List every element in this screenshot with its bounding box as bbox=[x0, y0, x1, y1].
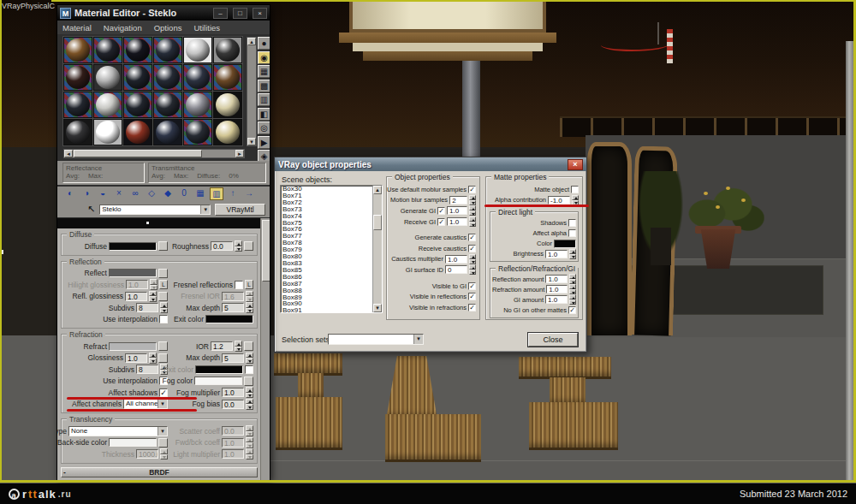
value-field[interactable]: 0.0 bbox=[222, 400, 244, 409]
value-field[interactable]: 1.0 bbox=[126, 280, 148, 289]
value-field[interactable]: 1.2 bbox=[211, 341, 233, 351]
show-end-result-icon[interactable]: ▥ bbox=[210, 187, 223, 200]
spinner-down-icon[interactable] bbox=[246, 404, 253, 410]
spinner-down-icon[interactable] bbox=[469, 270, 476, 275]
sample-slot[interactable] bbox=[123, 119, 152, 145]
value-field[interactable]: 1.0 bbox=[447, 206, 467, 215]
spinner-down-icon[interactable] bbox=[246, 442, 253, 448]
spinner-buttons[interactable] bbox=[572, 195, 579, 205]
selection-sets-dropdown[interactable]: ▼ bbox=[328, 334, 424, 345]
dropdown-arrow-icon[interactable]: ▼ bbox=[158, 427, 167, 436]
background-icon[interactable]: ▦ bbox=[258, 65, 270, 78]
material-type-button[interactable]: VRayMtl bbox=[215, 204, 265, 216]
checkbox[interactable] bbox=[245, 365, 253, 374]
material-id-icon[interactable]: 0 bbox=[177, 187, 191, 200]
checkbox[interactable]: ✓ bbox=[468, 234, 476, 241]
spinner-down-icon[interactable] bbox=[149, 296, 157, 302]
color-swatch[interactable] bbox=[194, 377, 242, 385]
menu-options[interactable]: Options bbox=[154, 23, 182, 33]
value-field[interactable]: 1.0 bbox=[222, 438, 244, 448]
close-button[interactable]: Close bbox=[528, 333, 578, 347]
spinner-buttons[interactable] bbox=[246, 387, 253, 398]
spinner-buttons[interactable] bbox=[150, 279, 158, 290]
sample-slot[interactable] bbox=[93, 64, 122, 91]
spinner-buttons[interactable] bbox=[149, 353, 157, 364]
menu-material[interactable]: Material bbox=[62, 23, 92, 33]
spinner-down-icon[interactable] bbox=[469, 210, 476, 216]
copy-material-icon[interactable]: ∞ bbox=[128, 187, 142, 200]
spinner-down-icon[interactable] bbox=[569, 299, 576, 305]
sample-slot[interactable] bbox=[183, 119, 212, 145]
value-field[interactable]: 1.0 bbox=[545, 275, 568, 283]
value-field[interactable]: 1.0 bbox=[447, 217, 467, 226]
slot-scrollbar-horizontal[interactable]: ◄ ► bbox=[63, 149, 245, 158]
map-button[interactable] bbox=[158, 341, 168, 351]
material-editor-titlebar[interactable]: M Material Editor - Steklo – □ × bbox=[57, 5, 270, 21]
checkbox[interactable] bbox=[159, 315, 168, 323]
spinner-down-icon[interactable] bbox=[569, 279, 576, 284]
sample-slot[interactable] bbox=[153, 37, 182, 63]
map-button[interactable] bbox=[244, 377, 253, 386]
spinner-buttons[interactable] bbox=[160, 302, 168, 313]
spinner-down-icon[interactable] bbox=[469, 259, 476, 264]
value-field[interactable]: 5 bbox=[222, 353, 244, 363]
spinner-buttons[interactable] bbox=[569, 274, 576, 284]
sample-slot[interactable] bbox=[183, 37, 212, 63]
minimize-button[interactable]: – bbox=[213, 8, 228, 19]
checkbox[interactable] bbox=[568, 229, 576, 237]
map-button[interactable] bbox=[158, 241, 168, 251]
assign-to-selection-icon[interactable]: ◒ bbox=[96, 187, 110, 200]
sample-uv-tiling-icon[interactable]: ▩ bbox=[258, 80, 270, 92]
color-swatch[interactable] bbox=[109, 342, 157, 351]
get-material-icon[interactable]: ◐ bbox=[63, 187, 77, 200]
checkbox[interactable]: ✓ bbox=[468, 245, 476, 252]
close-icon[interactable]: × bbox=[568, 159, 583, 170]
map-button[interactable] bbox=[158, 292, 168, 301]
collapse-icon[interactable]: - bbox=[63, 468, 66, 477]
backlight-icon[interactable]: ◉ bbox=[258, 51, 270, 64]
sample-slot[interactable] bbox=[153, 64, 182, 91]
spinner-down-icon[interactable] bbox=[469, 222, 476, 227]
spinner-buttons[interactable] bbox=[160, 448, 168, 460]
checkbox[interactable] bbox=[568, 219, 576, 227]
spinner-buttons[interactable] bbox=[246, 291, 253, 302]
checkbox[interactable]: ✓ bbox=[468, 282, 476, 290]
list-scrollbar[interactable]: ▲ ▼ bbox=[372, 186, 382, 312]
param-dropdown[interactable]: None▼ bbox=[68, 426, 168, 436]
sample-slot[interactable] bbox=[153, 119, 182, 145]
menu-utilities[interactable]: Utilities bbox=[193, 23, 220, 33]
sample-slot[interactable] bbox=[63, 37, 92, 63]
spinner-down-icon[interactable] bbox=[235, 347, 242, 353]
checkbox[interactable]: ✓ bbox=[468, 304, 476, 311]
video-color-check-icon[interactable]: ▥ bbox=[258, 93, 270, 106]
spinner-buttons[interactable] bbox=[469, 264, 476, 275]
spinner-down-icon[interactable] bbox=[160, 454, 168, 460]
sample-slot[interactable] bbox=[63, 92, 92, 118]
value-field[interactable]: 1.0 bbox=[546, 285, 568, 294]
spinner-buttons[interactable] bbox=[469, 195, 476, 205]
lock-button[interactable]: L bbox=[159, 280, 168, 289]
material-name-dropdown[interactable]: Steklo ▼ bbox=[99, 205, 211, 215]
sample-type-sphere-icon[interactable]: ● bbox=[258, 37, 270, 50]
make-unique-icon[interactable]: ◇ bbox=[145, 187, 158, 200]
sample-slot[interactable] bbox=[63, 64, 92, 91]
value-field[interactable]: 8 bbox=[136, 303, 158, 312]
value-field[interactable]: 8 bbox=[136, 365, 158, 374]
value-field[interactable]: 0.0 bbox=[222, 426, 244, 436]
spinner-down-icon[interactable] bbox=[572, 200, 579, 205]
spinner-down-icon[interactable] bbox=[469, 200, 476, 205]
value-field[interactable]: 5 bbox=[222, 303, 244, 312]
spinner-buttons[interactable] bbox=[246, 425, 253, 436]
value-field[interactable]: -1.0 bbox=[548, 196, 570, 205]
lock-button[interactable]: L bbox=[245, 280, 253, 289]
menu-navigation[interactable]: Navigation bbox=[104, 23, 142, 33]
dialog-titlebar[interactable]: VRay object properties × bbox=[275, 157, 586, 171]
value-field[interactable]: 2 bbox=[449, 196, 467, 205]
spinner-down-icon[interactable] bbox=[246, 393, 253, 399]
scene-objects-listbox[interactable]: Box30Box71Box72Box73Box74Box75Box76Box77… bbox=[280, 185, 383, 313]
value-field[interactable]: 1.0 bbox=[125, 292, 147, 301]
pick-material-icon[interactable]: ↖ bbox=[87, 204, 95, 215]
dropdown-arrow-icon[interactable]: ▼ bbox=[200, 205, 210, 214]
sample-slot[interactable] bbox=[213, 64, 242, 91]
spinner-buttons[interactable] bbox=[246, 353, 253, 364]
